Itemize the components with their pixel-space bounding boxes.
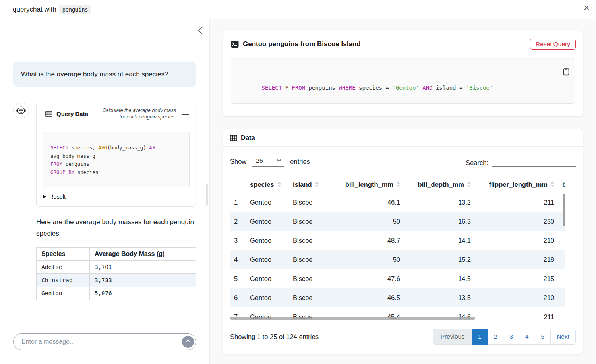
sql-token: AS [149,145,155,151]
sql-token: AND [422,85,432,91]
send-button[interactable] [182,336,194,348]
table-cell: 46.1 [329,193,404,212]
close-button[interactable]: × [584,2,590,13]
query-card-header: Gentoo penguins from Biscoe Island Reset… [223,31,583,57]
sql-token: AVG [98,145,107,151]
result-disclosure[interactable]: Result [37,194,196,206]
search-label: Search: [466,159,488,167]
sql-token: SELECT [50,145,68,151]
column-header-flipper_length_mm[interactable]: flipper_length_mm [475,178,558,193]
result-header-row: SpeciesAverage Body Mass (g) [37,248,196,261]
column-header-species[interactable]: species [246,178,289,193]
column-header-bill_depth_mm[interactable]: bill_depth_mm [404,178,475,193]
column-header-bill_length_mm[interactable]: bill_length_mm [329,178,404,193]
table-cell: Biscoe [289,231,329,250]
data-card-title: Data [241,134,255,141]
collapse-tool-button[interactable]: — [180,110,190,118]
page-length-control: Show 25 entries [230,156,310,167]
column-label: flipper_length_mm [489,181,548,188]
table-footer: Showing 1 to 25 of 124 entries Previous1… [223,321,583,354]
page-size-value: 25 [256,157,263,164]
table-cell: 2 [230,212,246,231]
table-cell: 15.2 [404,250,475,269]
table-row: 6GentooBiscoe46.513.5210 [230,288,565,307]
result-row: Gentoo5,076 [37,287,196,300]
horizontal-scrollbar[interactable] [230,317,475,320]
data-card: Data Show 25 entries Search: [223,129,583,354]
avatar [13,103,29,118]
reset-query-button[interactable]: Reset Query [530,39,576,50]
sql-token: 'Biscoe' [466,85,493,91]
result-table: SpeciesAverage Body Mass (g) Adelie3,701… [36,247,196,300]
table-cell: 13.5 [404,288,475,307]
result-cell: 3,733 [90,274,196,287]
title-bar: querychat with penguins × [0,0,596,19]
chat-input[interactable] [13,333,196,350]
sort-icon [467,181,471,189]
pagination: Previous12345Next [433,329,576,345]
sql-token: penguins [305,85,339,91]
chevron-left-icon [197,26,203,35]
column-header-index [230,178,246,193]
page-button-1[interactable]: 1 [472,329,488,345]
tool-card-subtitle: Calculate the average body mass for each… [101,108,176,120]
sql-token: species = [356,85,393,91]
tool-card: Query Data Calculate the average body ma… [36,103,196,207]
page-button-2[interactable]: 2 [488,329,504,345]
search-input[interactable] [492,156,576,167]
table-icon [230,134,237,141]
close-icon: × [584,2,590,14]
page-button-previous[interactable]: Previous [433,329,472,345]
data-table-header-row: speciesislandbill_length_mmbill_depth_mm… [230,178,565,193]
table-icon [45,110,52,118]
page-button-3[interactable]: 3 [503,329,519,345]
table-cell: 48.7 [329,231,404,250]
chevron-down-icon [277,159,281,162]
table-cell: Gentoo [246,269,289,288]
table-cell: Biscoe [289,193,329,212]
page-button-next[interactable]: Next [550,329,576,345]
column-header-b[interactable]: b [558,178,565,193]
result-row: Chinstrap3,733 [37,274,196,287]
table-cell: 218 [475,250,558,269]
data-table: speciesislandbill_length_mmbill_depth_mm… [230,178,565,321]
sql-token: (body_mass_g) [107,145,149,151]
vertical-scrollbar[interactable] [563,194,565,226]
data-card-body: Show 25 entries Search: speciesis [223,147,583,321]
result-row: Adelie3,701 [37,261,196,274]
sql-token: penguins [62,161,89,167]
arrow-up-icon [185,339,191,345]
table-cell: 1 [230,193,246,212]
sql-token: SELECT [262,85,282,91]
page-button-4[interactable]: 4 [519,329,535,345]
table-cell: 14.5 [404,269,475,288]
table-cell: Biscoe [289,212,329,231]
table-cell [558,307,565,321]
robot-icon [16,105,26,116]
column-label: bill_depth_mm [418,181,464,188]
table-cell: 3 [230,231,246,250]
column-header-island[interactable]: island [289,178,329,193]
table-cell: 6 [230,288,246,307]
table-cell: Biscoe [289,288,329,307]
table-cell: 215 [475,269,558,288]
column-label: island [293,181,312,188]
table-cell: 210 [475,288,558,307]
table-cell: 16.3 [404,212,475,231]
sidebar-resize-handle[interactable] [206,184,208,206]
sql-token: island = [433,85,466,91]
assistant-turn: Query Data Calculate the average body ma… [13,103,196,300]
sql-token: * [282,85,292,91]
page-size-select[interactable]: 25 [252,156,284,167]
chat-sidebar: What is the average body mass of each sp… [0,19,210,364]
query-card: Gentoo penguins from Biscoe Island Reset… [223,31,583,117]
page-button-5[interactable]: 5 [535,329,551,345]
table-row: 1GentooBiscoe46.113.2211 [230,193,565,212]
collapse-sidebar-button[interactable] [196,25,205,38]
table-cell [558,250,565,269]
table-cell: 211 [475,307,558,321]
entries-label: entries [290,158,310,165]
table-row: 3GentooBiscoe48.714.1210 [230,231,565,250]
show-label: Show [230,158,246,165]
copy-button[interactable] [547,61,571,83]
